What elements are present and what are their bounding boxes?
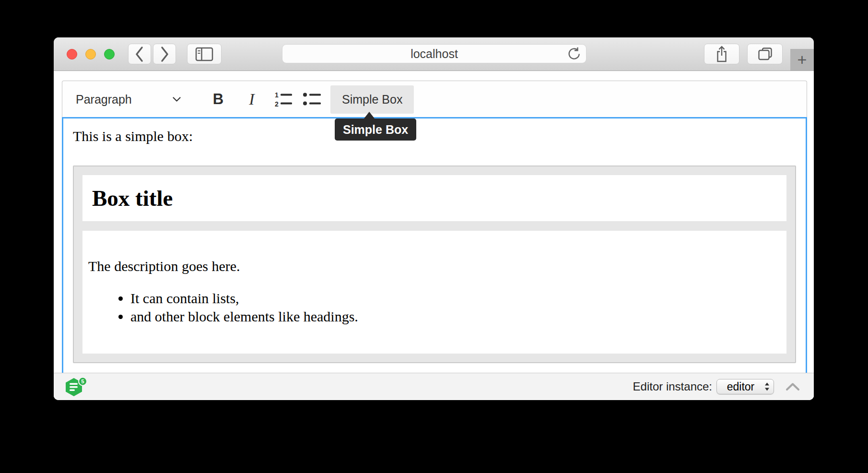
bold-button[interactable]: B — [208, 86, 229, 113]
heading-dropdown-label: Paragraph — [76, 93, 132, 106]
ckeditor-logo-icon: 5 — [65, 377, 88, 398]
bulleted-list-button[interactable] — [302, 86, 323, 113]
minimize-window-button[interactable] — [85, 49, 96, 59]
simple-box-tooltip: Simple Box — [335, 118, 416, 141]
italic-icon: I — [249, 90, 254, 108]
svg-text:2: 2 — [275, 100, 279, 107]
description-list: It can contain lists, and other block el… — [88, 289, 781, 326]
browser-window: localhost + — [54, 37, 814, 400]
collapse-chevron-up-icon[interactable] — [786, 382, 800, 391]
share-icon — [715, 45, 728, 63]
heading-dropdown[interactable]: Paragraph — [66, 86, 188, 113]
ckeditor-logo[interactable]: 5 — [65, 377, 88, 400]
share-button[interactable] — [704, 44, 739, 64]
back-button[interactable] — [128, 44, 151, 64]
numbered-list-icon: 1 2 — [274, 91, 293, 107]
editor-instance-value: editor — [717, 380, 764, 393]
svg-text:1: 1 — [275, 91, 279, 99]
show-tabs-button[interactable] — [747, 44, 783, 64]
address-bar-url: localhost — [411, 47, 458, 61]
screenshot-canvas: { "browser": { "url_text": "localhost", … — [0, 0, 868, 473]
simple-box-button[interactable]: Simple Box — [330, 85, 414, 114]
snippet-footer-bar: 5 Editor instance: editor — [54, 373, 814, 400]
address-bar[interactable]: localhost — [282, 44, 586, 63]
simple-box-widget[interactable]: Box title The description goes here. It … — [73, 166, 796, 363]
forward-button[interactable] — [153, 44, 176, 64]
zoom-window-button[interactable] — [104, 49, 115, 59]
list-item[interactable]: and other block elements like headings. — [130, 307, 781, 326]
chevron-left-icon — [135, 46, 144, 62]
select-spinner-icon — [764, 382, 770, 391]
simple-box-title-section[interactable]: Box title — [82, 175, 786, 221]
editor-editable-area[interactable]: This is a simple box: Box title The desc… — [62, 117, 807, 373]
chevron-down-icon — [173, 97, 181, 102]
bold-icon: B — [213, 91, 223, 108]
editor-content: This is a simple box: Box title The desc… — [63, 118, 806, 363]
chevron-right-icon — [160, 46, 169, 62]
numbered-list-button[interactable]: 1 2 — [273, 86, 294, 113]
italic-button[interactable]: I — [242, 86, 261, 113]
box-title-heading[interactable]: Box title — [92, 187, 786, 210]
simple-box-description-section[interactable]: The description goes here. It can contai… — [82, 231, 786, 354]
plus-icon: + — [798, 50, 807, 69]
browser-titlebar: localhost + — [54, 37, 814, 71]
footer-controls: Editor instance: editor — [633, 373, 800, 400]
new-tab-button[interactable]: + — [790, 49, 814, 71]
editor-toolbar: Paragraph B I 1 2 — [62, 81, 807, 118]
bulleted-list-icon — [303, 91, 322, 107]
sidebar-icon — [195, 47, 213, 62]
intro-paragraph[interactable]: This is a simple box: — [73, 127, 796, 145]
sidebar-toggle-button[interactable] — [187, 44, 222, 64]
tooltip-caret — [364, 112, 375, 118]
reload-button[interactable] — [566, 47, 580, 63]
list-item[interactable]: It can contain lists, — [130, 289, 781, 307]
description-paragraph[interactable]: The description goes here. — [88, 258, 781, 275]
simple-box-button-label: Simple Box — [342, 93, 402, 106]
logo-badge-count: 5 — [81, 378, 84, 384]
editor-instance-select[interactable]: editor — [716, 379, 774, 394]
tabs-icon — [758, 47, 773, 61]
close-window-button[interactable] — [67, 49, 77, 59]
editor-instance-label: Editor instance: — [633, 380, 712, 393]
reload-icon — [566, 47, 580, 61]
